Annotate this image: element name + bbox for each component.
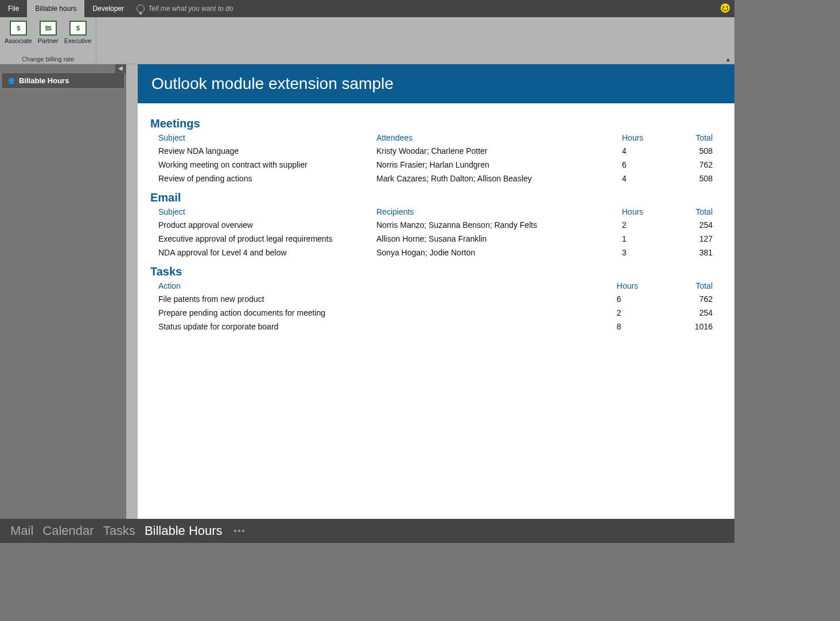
table-header-row: Action Hours Total bbox=[150, 280, 717, 292]
cell-attendees: Kristy Woodar; Charlene Potter bbox=[368, 144, 614, 158]
page-title: Outlook module extension sample bbox=[138, 64, 734, 103]
col-action: Action bbox=[150, 280, 609, 292]
cell-hours: 8 bbox=[609, 320, 669, 333]
tab-billable-hours[interactable]: Billable hours bbox=[27, 0, 84, 17]
tell-me-placeholder: Tell me what you want to do bbox=[148, 5, 233, 13]
table-row: Prepare pending action documents for mee… bbox=[150, 306, 717, 320]
module-nav: Mail Calendar Tasks Billable Hours ••• bbox=[0, 519, 734, 543]
section-title-tasks: Tasks bbox=[150, 265, 717, 278]
cell-subject: Review NDA language bbox=[150, 144, 368, 158]
cell-total: 1016 bbox=[669, 320, 717, 333]
cell-action: Status update for corporate board bbox=[150, 320, 609, 333]
table-row: Product approval overview Norris Manzo; … bbox=[150, 218, 717, 232]
cell-subject: Executive approval of product legal requ… bbox=[150, 232, 368, 246]
cell-hours: 4 bbox=[614, 144, 671, 158]
tab-file[interactable]: File bbox=[0, 0, 27, 17]
rate-associate-button[interactable]: $ Associate bbox=[3, 20, 33, 45]
cell-hours: 2 bbox=[614, 218, 671, 232]
rate-partner-button[interactable]: $$ Partner bbox=[37, 20, 60, 45]
cell-subject: NDA approval for Level 4 and below bbox=[150, 246, 368, 259]
dollar-icon: $ bbox=[10, 21, 27, 36]
cell-subject: Working meeting on contract with supplie… bbox=[150, 158, 368, 172]
table-row: Review NDA language Kristy Woodar; Charl… bbox=[150, 144, 717, 158]
cell-attendees: Mark Cazares; Ruth Dalton; Allison Beasl… bbox=[368, 172, 614, 185]
col-total: Total bbox=[669, 280, 717, 292]
ribbon: $ Associate $$ Partner $ Executive Chang… bbox=[0, 17, 734, 64]
section-title-meetings: Meetings bbox=[150, 117, 717, 130]
rate-associate-label: Associate bbox=[5, 37, 32, 44]
cell-recipients: Norris Manzo; Suzanna Benson; Randy Felt… bbox=[368, 218, 614, 232]
sidebar-collapse-button[interactable]: ◀ bbox=[115, 64, 126, 73]
cell-hours: 4 bbox=[614, 172, 671, 185]
col-hours: Hours bbox=[609, 280, 669, 292]
tab-developer[interactable]: Developer bbox=[84, 0, 132, 17]
tasks-table: Action Hours Total File patents from new… bbox=[150, 280, 717, 333]
cell-total: 762 bbox=[669, 292, 717, 306]
email-table: Subject Recipients Hours Total Product a… bbox=[150, 205, 717, 259]
cell-action: File patents from new product bbox=[150, 292, 609, 306]
cell-subject: Review of pending actions bbox=[150, 172, 368, 185]
cell-recipients: Allison Horne; Susana Franklin bbox=[368, 232, 614, 246]
table-row: Status update for corporate board 8 1016 bbox=[150, 320, 717, 333]
cell-hours: 1 bbox=[614, 232, 671, 246]
sidebar-item-billable-hours[interactable]: Billable Hours bbox=[2, 73, 124, 88]
nav-billable-hours[interactable]: Billable Hours bbox=[145, 523, 223, 538]
col-hours: Hours bbox=[614, 205, 671, 218]
cell-total: 762 bbox=[671, 158, 717, 172]
cell-total: 127 bbox=[671, 232, 717, 246]
col-total: Total bbox=[671, 131, 717, 144]
lightbulb-icon bbox=[137, 5, 145, 13]
cell-total: 381 bbox=[671, 246, 717, 259]
col-subject: Subject bbox=[150, 131, 368, 144]
table-row: Working meeting on contract with supplie… bbox=[150, 158, 717, 172]
table-header-row: Subject Attendees Hours Total bbox=[150, 131, 717, 144]
cell-subject: Product approval overview bbox=[150, 218, 368, 232]
col-attendees: Attendees bbox=[368, 131, 614, 144]
cell-recipients: Sonya Hogan; Jodie Norton bbox=[368, 246, 614, 259]
module-icon bbox=[7, 77, 15, 84]
ribbon-group-change-billing-rate: $ Associate $$ Partner $ Executive Chang… bbox=[0, 17, 96, 64]
cell-total: 254 bbox=[671, 218, 717, 232]
cell-total: 254 bbox=[669, 306, 717, 320]
nav-mail[interactable]: Mail bbox=[10, 523, 33, 538]
dollar-icon: $$ bbox=[40, 21, 57, 36]
table-row: Executive approval of product legal requ… bbox=[150, 232, 717, 246]
ribbon-collapse-button[interactable]: ▲ bbox=[725, 56, 731, 63]
col-subject: Subject bbox=[150, 205, 368, 218]
cell-hours: 2 bbox=[609, 306, 669, 320]
nav-calendar[interactable]: Calendar bbox=[42, 523, 94, 538]
ribbon-tabbar: File Billable hours Developer Tell me wh… bbox=[0, 0, 734, 17]
section-title-email: Email bbox=[150, 191, 717, 204]
tell-me-search[interactable]: Tell me what you want to do bbox=[137, 0, 233, 17]
feedback-smiley-icon[interactable] bbox=[721, 3, 730, 13]
rate-executive-label: Executive bbox=[64, 37, 92, 44]
col-recipients: Recipients bbox=[368, 205, 614, 218]
sidebar: ◀ Billable Hours bbox=[0, 64, 126, 519]
cell-total: 508 bbox=[671, 144, 717, 158]
cell-hours: 3 bbox=[614, 246, 671, 259]
rate-executive-button[interactable]: $ Executive bbox=[63, 20, 93, 45]
table-row: NDA approval for Level 4 and below Sonya… bbox=[150, 246, 717, 259]
cell-action: Prepare pending action documents for mee… bbox=[150, 306, 609, 320]
meetings-table: Subject Attendees Hours Total Review NDA… bbox=[150, 131, 717, 185]
table-row: Review of pending actions Mark Cazares; … bbox=[150, 172, 717, 185]
cell-total: 508 bbox=[671, 172, 717, 185]
col-hours: Hours bbox=[614, 131, 671, 144]
cell-hours: 6 bbox=[609, 292, 669, 306]
cell-attendees: Norris Frasier; Harlan Lundgren bbox=[368, 158, 614, 172]
col-total: Total bbox=[671, 205, 717, 218]
content-pane: Outlook module extension sample Meetings… bbox=[138, 64, 734, 519]
nav-more-icon[interactable]: ••• bbox=[234, 526, 246, 535]
sidebar-item-label: Billable Hours bbox=[19, 76, 69, 85]
ribbon-group-title: Change billing rate bbox=[22, 53, 75, 63]
dollar-icon: $ bbox=[69, 21, 87, 36]
table-header-row: Subject Recipients Hours Total bbox=[150, 205, 717, 218]
rate-partner-label: Partner bbox=[38, 37, 59, 44]
table-row: File patents from new product 6 762 bbox=[150, 292, 717, 306]
cell-hours: 6 bbox=[614, 158, 671, 172]
nav-tasks[interactable]: Tasks bbox=[103, 523, 135, 538]
